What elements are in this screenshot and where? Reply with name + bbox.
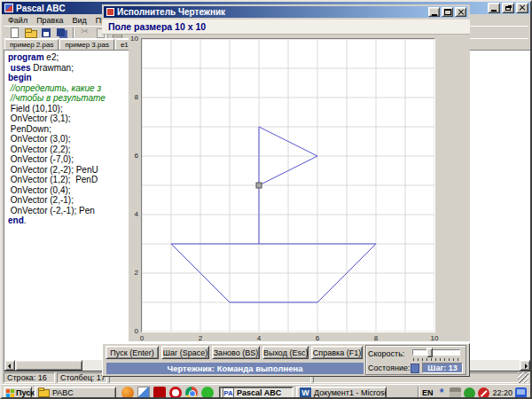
close-icon: [457, 8, 466, 17]
speed-row: Скорость:: [368, 347, 464, 361]
speed-state-group: Скорость: Состояние: Шаг: 13: [365, 345, 466, 375]
word-icon: W: [300, 387, 311, 399]
maximize-icon: [444, 9, 451, 15]
scroll-left-button[interactable]: [4, 360, 15, 371]
minimize-icon: [491, 10, 497, 12]
desktop-screen: Pascal ABC ФайлПравкаВидПрограмм пример …: [0, 0, 532, 399]
menu-item-Вид[interactable]: Вид: [68, 16, 91, 25]
printer-tray-icon[interactable]: [450, 387, 461, 399]
network-monitor-icon[interactable]: [515, 387, 527, 399]
field-canvas: [142, 39, 434, 332]
scrollbar-thumb[interactable]: [15, 360, 82, 371]
taskbar-button-Документ1 - Microsoft ...[interactable]: WДокумент1 - Microsoft ...: [296, 387, 387, 399]
tab-пример 3.pas[interactable]: пример 3.pas: [59, 39, 113, 50]
x-tick-label: 6: [313, 334, 322, 342]
drawer-button-Пуск (Enter)[interactable]: Пуск (Enter): [106, 346, 159, 359]
pascal-restore-button[interactable]: [502, 3, 514, 13]
folder-icon: [38, 389, 50, 397]
phone-tray-icon[interactable]: [464, 387, 475, 399]
step-badge: Шаг: 13: [422, 363, 463, 373]
drawer-window-controls: [428, 7, 466, 17]
drawer-app-icon: [106, 8, 114, 16]
state-indicator: [411, 364, 419, 373]
drawer-buttons-row: Пуск (Enter)Шаг (Space)Заново (BS)Выход …: [106, 346, 365, 360]
close-icon: [518, 4, 527, 12]
green-phone-icon[interactable]: [201, 387, 214, 399]
slider-thumb[interactable]: [426, 348, 433, 357]
chrome-icon[interactable]: [185, 387, 198, 399]
open-file-icon[interactable]: [23, 27, 37, 38]
x-tick-label: 0: [137, 334, 146, 342]
pascal-window-controls: [488, 3, 528, 13]
taskbar-button-Pascal ABC[interactable]: PAPascal ABC: [219, 387, 293, 399]
tab-пример 2.pas[interactable]: пример 2.pas: [4, 39, 59, 50]
scroll-right-button[interactable]: [520, 360, 530, 371]
adobe-reader-icon[interactable]: [153, 387, 166, 399]
tray-separator: [418, 387, 419, 399]
drawer-window-title: Исполнитель Чертежник: [117, 7, 225, 18]
paint-document-icon[interactable]: [137, 387, 150, 399]
pascal-window-title: Pascal ABC: [16, 3, 66, 14]
y-tick-label: 6: [129, 152, 138, 160]
menu-item-Правка[interactable]: Правка: [32, 16, 67, 25]
restore-icon: [505, 6, 511, 11]
bluetooth-tray-icon[interactable]: *: [435, 387, 447, 399]
system-tray: EN * 22:20: [418, 387, 528, 399]
pascal-minimize-button[interactable]: [488, 3, 500, 13]
drawer-button-Шаг (Space)[interactable]: Шаг (Space): [161, 346, 209, 359]
pascal-abc-app-icon: [4, 4, 13, 12]
save-all-icon[interactable]: [55, 27, 69, 38]
status-column-panel: Столбец: 17: [57, 372, 107, 383]
drawer-button-Справка (F1)[interactable]: Справка (F1): [311, 346, 363, 359]
status-line-panel: Строка: 16: [4, 372, 55, 383]
folder-task-button[interactable]: PABC: [35, 387, 116, 399]
cut-icon[interactable]: [78, 27, 92, 38]
y-axis-labels: 0246810: [129, 38, 139, 332]
taskbar: Пуск PABC PAPascal ABCWДокумент1 - Micro…: [2, 384, 530, 399]
x-tick-label: 8: [372, 334, 380, 342]
language-indicator[interactable]: EN: [422, 388, 434, 397]
clock: 22:20: [492, 388, 512, 397]
y-tick-label: 10: [129, 35, 138, 43]
start-button[interactable]: Пуск: [4, 387, 32, 399]
x-tick-label: 2: [196, 334, 205, 342]
opera-icon[interactable]: [169, 387, 182, 399]
left-arrow-icon: [8, 364, 11, 369]
drawer-field-caption: Поле размера 10 x 10: [102, 20, 470, 35]
drawer-control-panel: Пуск (Enter)Шаг (Space)Заново (BS)Выход …: [102, 343, 470, 377]
state-label: Состояние:: [368, 364, 411, 372]
drawer-titlebar: Исполнитель Чертежник: [102, 4, 470, 20]
quick-launch-bar: [119, 387, 216, 399]
minimize-icon: [432, 14, 437, 16]
y-tick-label: 8: [129, 93, 138, 101]
pascal-close-button[interactable]: [516, 3, 528, 13]
folder-task-label: PABC: [52, 388, 74, 397]
resize-grip[interactable]: [518, 372, 528, 383]
speed-label: Скорость:: [368, 349, 411, 358]
pascal-abc-icon: PA: [223, 387, 234, 399]
drawer-close-button[interactable]: [455, 7, 466, 17]
drawer-titlebar-inner: Исполнитель Чертежник: [104, 6, 468, 18]
drawer-button-Заново (BS)[interactable]: Заново (BS): [212, 346, 260, 359]
drawer-maximize-button[interactable]: [442, 7, 453, 17]
field-plot: [141, 38, 435, 332]
slider-ticks: [413, 358, 459, 361]
save-file-icon[interactable]: [39, 27, 53, 38]
taskbar-button-label: Pascal ABC: [237, 388, 281, 397]
new-file-icon[interactable]: [7, 27, 21, 38]
volume-muted-tray-icon[interactable]: [478, 387, 489, 399]
windows-flag-icon: [6, 389, 14, 397]
speed-slider[interactable]: [411, 348, 462, 361]
x-tick-label: 4: [254, 334, 263, 342]
orange-app-icon[interactable]: [121, 387, 134, 399]
x-axis-labels: 0246810: [129, 334, 470, 343]
slider-track: [412, 349, 460, 356]
right-arrow-icon: [525, 364, 528, 369]
drawer-minimize-button[interactable]: [428, 7, 440, 17]
menu-item-Файл[interactable]: Файл: [4, 16, 32, 25]
toolbar-separator: [73, 27, 74, 38]
x-tick-label: 10: [430, 334, 439, 342]
drawer-button-Выход (Esc)[interactable]: Выход (Esc): [262, 346, 309, 359]
drawer-status-message: Чертежник: Команда выполнена: [106, 363, 364, 374]
drawer-field-area: 0246810 0246810: [129, 35, 470, 341]
